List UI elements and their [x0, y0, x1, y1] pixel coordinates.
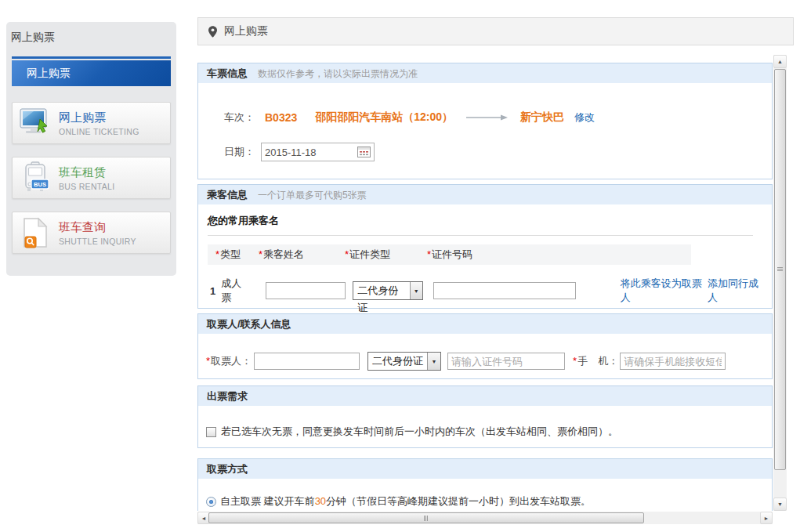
chevron-down-icon: ▼	[427, 353, 440, 370]
content-area: 车票信息数据仅作参考，请以实际出票情况为准 车次： B0323 邵阳邵阳汽车南站…	[197, 55, 773, 511]
train-row: 车次： B0323 邵阳邵阳汽车南站（12:00） 新宁快巴 修改	[224, 110, 772, 125]
document-search-icon	[19, 215, 52, 251]
chevron-down-icon: ▼	[410, 282, 422, 299]
select-value: 二代身份证	[353, 282, 409, 299]
bus-icon: BUS	[19, 160, 52, 196]
section-contact-header: 取票人/联系人信息	[198, 314, 772, 334]
calendar-icon[interactable]	[357, 147, 371, 157]
column-id-number: *证件号码	[427, 248, 472, 262]
section-ticket-info: 车票信息数据仅作参考，请以实际出票情况为准 车次： B0323 邵阳邵阳汽车南站…	[197, 63, 773, 179]
section-issue-demand: 出票需求 若已选车次无票，同意更换发车时间前后一小时内的车次（出发车站相同、票价…	[197, 385, 773, 448]
section-title: 车票信息	[207, 67, 248, 79]
vertical-scrollbar[interactable]: ▲ ▼	[773, 55, 787, 511]
scroll-right-button[interactable]: ►	[760, 512, 773, 524]
set-as-pickup-link[interactable]: 将此乘客设为取票人	[621, 277, 708, 305]
sidebar: 网上购票 网上购票 网上购票 ONLINE TICKETING	[6, 22, 176, 276]
date-row: 日期：	[224, 143, 772, 161]
section-note: 一个订单最多可代购5张票	[258, 190, 367, 201]
column-name: *乘客姓名	[259, 248, 345, 262]
scroll-down-icon: ▼	[777, 501, 783, 507]
train-label: 车次：	[224, 110, 255, 125]
horizontal-scrollbar[interactable]: ◄ ►	[197, 512, 773, 524]
sidebar-item-bus-rental[interactable]: BUS 班车租赁 BUS RENTALI	[12, 157, 171, 199]
ticket-type-label: 成人票	[221, 277, 250, 305]
pickup-person-name-input[interactable]	[254, 353, 360, 370]
contact-id-type-select[interactable]: 二代身份证 ▼	[367, 352, 441, 371]
scroll-down-button[interactable]: ▼	[773, 498, 787, 511]
train-number: B0323	[265, 111, 297, 124]
checkbox-label: 若已选车次无票，同意更换发车时间前后一小时内的车次（出发车站相同、票价相同）。	[221, 425, 618, 439]
contact-row: *取票人： 二代身份证 ▼ *手 机：	[206, 352, 772, 371]
sidebar-item-subtitle: BUS RENTALI	[59, 182, 114, 191]
section-ticket-header: 车票信息数据仅作参考，请以实际出票情况为准	[198, 63, 772, 83]
origin-station: 邵阳邵阳汽车南站（12:00）	[315, 110, 453, 125]
section-demand-header: 出票需求	[198, 386, 772, 406]
sidebar-item-shuttle-inquiry[interactable]: 班车查询 SHUTTLE INQUIRY	[12, 212, 171, 254]
scroll-up-button[interactable]: ▲	[773, 55, 787, 68]
location-pin-icon	[208, 26, 217, 38]
section-pickup-method: 取票方式 自主取票 建议开车前30分钟（节假日等高峰期建议提前一小时）到出发车站…	[197, 458, 773, 511]
breadcrumb: 网上购票	[197, 17, 794, 45]
section-title: 乘客信息	[207, 189, 248, 201]
passenger-row: 1 成人票 二代身份证 ▼ 将此乘客设为取票人 添加同行成人	[210, 277, 768, 305]
date-label: 日期：	[224, 145, 255, 159]
thumb-grip	[777, 267, 783, 268]
select-value: 二代身份证	[368, 353, 427, 370]
passenger-table-header: *类型 *乘客姓名 *证件类型 *证件号码	[208, 244, 691, 265]
page-title: 网上购票	[224, 24, 268, 38]
section-title: 取票方式	[207, 463, 248, 475]
flexible-train-option: 若已选车次无票，同意更换发车时间前后一小时内的车次（出发车站相同、票价相同）。	[206, 425, 772, 439]
section-title: 出票需求	[207, 390, 248, 402]
sidebar-active-topline	[12, 56, 171, 59]
sidebar-item-title: 班车租赁	[59, 165, 114, 180]
horizontal-scrollbar-thumb[interactable]	[208, 512, 644, 523]
sidebar-panel-title: 网上购票	[6, 22, 176, 56]
modify-link[interactable]: 修改	[574, 110, 595, 125]
flexible-train-checkbox[interactable]	[206, 427, 216, 437]
contact-id-number-input[interactable]	[447, 353, 565, 370]
section-passenger-info: 乘客信息一个订单最多可代购5张票 您的常用乘客名 *类型 *乘客姓名 *证件类型…	[197, 184, 773, 309]
destination-station: 新宁快巴	[520, 110, 564, 125]
add-companion-adult-link[interactable]: 添加同行成人	[708, 277, 766, 305]
sidebar-item-subtitle: ONLINE TICKETING	[59, 127, 139, 136]
sidebar-item-online-ticketing[interactable]: 网上购票 ONLINE TICKETING	[12, 102, 171, 144]
sidebar-item-subtitle: SHUTTLE INQUIRY	[59, 237, 136, 246]
date-input[interactable]	[265, 147, 357, 158]
passenger-id-number-input[interactable]	[433, 282, 576, 299]
self-pickup-radio[interactable]	[206, 497, 216, 507]
route-arrow-icon	[466, 113, 509, 122]
scroll-up-icon: ▲	[777, 59, 783, 64]
date-input-wrap	[261, 143, 375, 161]
sidebar-item-title: 班车查询	[59, 220, 136, 235]
column-id-type: *证件类型	[345, 248, 427, 262]
passenger-id-type-select[interactable]: 二代身份证 ▼	[353, 281, 422, 300]
passenger-name-input[interactable]	[266, 282, 346, 299]
scroll-left-icon: ◄	[201, 516, 207, 521]
section-passenger-header: 乘客信息一个订单最多可代购5张票	[198, 185, 772, 204]
scroll-right-icon: ►	[764, 516, 769, 521]
passenger-index: 1	[210, 285, 215, 297]
section-note: 数据仅作参考，请以实际出票情况为准	[258, 68, 418, 79]
thumb-grip	[424, 516, 425, 521]
sidebar-active-item[interactable]: 网上购票	[12, 56, 171, 86]
monitor-cursor-icon	[19, 105, 52, 141]
section-method-header: 取票方式	[198, 459, 772, 479]
pickup-person-label: *取票人：	[206, 354, 252, 368]
column-type: *类型	[215, 248, 259, 262]
self-pickup-option: 自主取票 建议开车前30分钟（节假日等高峰期建议提前一小时）到出发车站取票。	[206, 494, 772, 508]
section-contact-info: 取票人/联系人信息 *取票人： 二代身份证 ▼ *手 机：	[197, 313, 773, 379]
sidebar-item-title: 网上购票	[59, 110, 139, 125]
frequent-passengers-heading: 您的常用乘客名	[208, 214, 753, 236]
vertical-scrollbar-thumb[interactable]	[774, 69, 786, 470]
phone-input[interactable]	[620, 353, 726, 370]
phone-label: *手 机：	[573, 354, 618, 368]
svg-text:BUS: BUS	[34, 181, 46, 188]
sidebar-active-label: 网上购票	[12, 60, 171, 86]
radio-label: 自主取票 建议开车前30分钟（节假日等高峰期建议提前一小时）到出发车站取票。	[220, 494, 591, 508]
section-title: 取票人/联系人信息	[207, 318, 291, 330]
